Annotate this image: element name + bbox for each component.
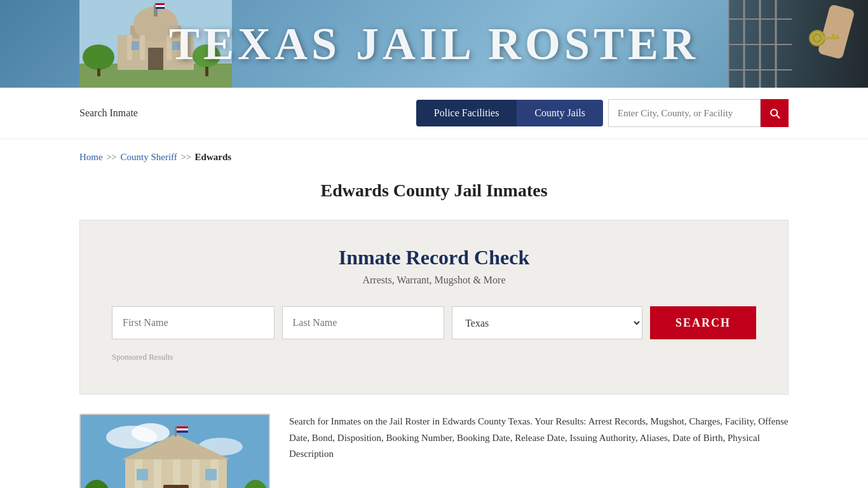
facility-search-input[interactable]: [608, 99, 761, 127]
svg-rect-20: [97, 69, 100, 76]
svg-point-39: [132, 423, 170, 442]
bottom-courthouse-image: [79, 414, 270, 488]
svg-rect-11: [148, 48, 163, 70]
breadcrumb: Home >> County Sheriff >> Edwards: [0, 139, 868, 169]
search-record-button[interactable]: SEARCH: [650, 306, 756, 339]
breadcrumb-current-page: Edwards: [195, 152, 232, 163]
sponsored-results-label: Sponsored Results: [112, 352, 756, 362]
svg-rect-50: [137, 469, 148, 480]
record-check-form: Texas Alabama Alaska Arizona Arkansas Ca…: [112, 306, 756, 339]
svg-rect-46: [173, 459, 180, 488]
search-icon: [768, 107, 781, 119]
svg-rect-49: [163, 485, 189, 488]
svg-rect-8: [140, 35, 145, 60]
state-select[interactable]: Texas Alabama Alaska Arizona Arkansas Ca…: [452, 306, 642, 339]
breadcrumb-county-sheriff-link[interactable]: County Sheriff: [120, 152, 177, 163]
svg-rect-28: [832, 34, 834, 39]
banner-right-image: [728, 0, 868, 88]
svg-point-19: [83, 44, 114, 70]
svg-rect-16: [156, 3, 165, 5]
breadcrumb-sep-1: >>: [107, 152, 117, 163]
page-title: Edwards County Jail Inmates: [0, 169, 868, 220]
last-name-input[interactable]: [282, 306, 445, 339]
svg-rect-17: [156, 5, 165, 7]
svg-rect-12: [132, 41, 139, 50]
svg-rect-56: [177, 431, 188, 433]
bottom-description: Search for Inmates on the Jail Roster in…: [289, 414, 789, 463]
search-inmate-label: Search Inmate: [79, 107, 416, 119]
first-name-input[interactable]: [112, 306, 275, 339]
svg-rect-51: [205, 469, 217, 480]
record-check-subtitle: Arrests, Warrant, Mugshot & More: [112, 274, 756, 286]
county-jails-button[interactable]: County Jails: [517, 100, 603, 126]
svg-rect-14: [154, 3, 156, 13]
svg-rect-45: [154, 459, 161, 488]
svg-point-25: [810, 30, 825, 46]
bottom-section: Search for Inmates on the Jail Roster in…: [0, 395, 868, 488]
banner-title: Texas Jail Roster: [169, 18, 699, 71]
svg-rect-29: [836, 35, 839, 39]
breadcrumb-home-link[interactable]: Home: [79, 152, 103, 163]
svg-rect-54: [177, 426, 188, 428]
nav-buttons: Police Facilities County Jails: [416, 100, 603, 126]
svg-rect-55: [177, 428, 188, 430]
navbar: Search Inmate Police Facilities County J…: [0, 88, 868, 139]
svg-rect-7: [127, 35, 132, 60]
record-check-title: Inmate Record Check: [112, 246, 756, 269]
facility-search-button[interactable]: [761, 99, 789, 127]
header-banner: Texas Jail Roster: [0, 0, 868, 88]
breadcrumb-sep-2: >>: [181, 152, 191, 163]
svg-rect-52: [175, 426, 177, 437]
record-check-section: Inmate Record Check Arrests, Warrant, Mu…: [79, 220, 789, 395]
facility-search-wrap: [608, 99, 789, 127]
svg-rect-47: [192, 459, 200, 488]
police-facilities-button[interactable]: Police Facilities: [416, 100, 517, 126]
svg-rect-18: [156, 7, 165, 9]
